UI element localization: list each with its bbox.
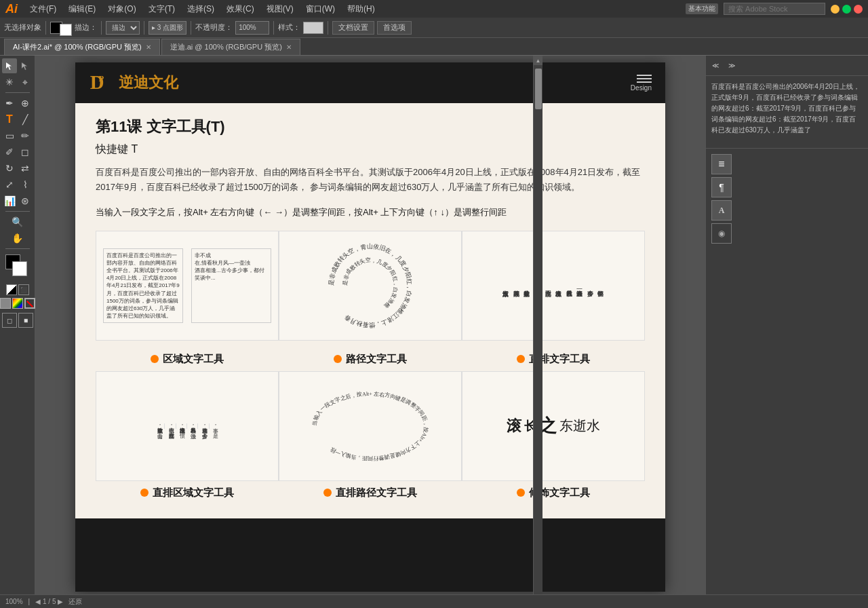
opacity-input[interactable] (235, 21, 269, 35)
description-text: 百度百科是百度公司推出的一部内容开放、自由的网络百科全书平台。其测试版于2006… (96, 165, 645, 195)
document-canvas: D P 逆迪文化 Design 第11课 文字工具(T) (75, 62, 665, 592)
graph-tool[interactable]: 📊 (2, 193, 17, 208)
panel-expand-icon[interactable]: ≫ (725, 59, 738, 73)
svg-marker-1 (22, 62, 27, 70)
menu-window[interactable]: 窗口(W) (300, 2, 340, 16)
menu-help[interactable]: 帮助(H) (342, 2, 380, 16)
tab-close-button[interactable]: ✕ (146, 43, 151, 51)
shortcut-text: 快捷键 T (96, 143, 138, 155)
rotate-tool[interactable]: ↻ (2, 161, 17, 176)
right-para-icon[interactable]: ¶ (711, 177, 732, 197)
vertical-scrollbar[interactable]: ▲ ▼ (533, 56, 542, 608)
label-v-area-text: 直排区域文字工具 (153, 487, 234, 499)
hamburger-menu[interactable] (631, 75, 652, 83)
menu-view[interactable]: 视图(V) (261, 2, 299, 16)
eraser-tool[interactable]: ◻ (18, 145, 33, 159)
none-mode-icon[interactable] (24, 298, 35, 309)
add-anchor-tool[interactable]: ⊕ (18, 96, 33, 111)
paintbrush-tool[interactable]: ✏ (18, 128, 33, 143)
next-page-btn[interactable]: ▶ (58, 598, 63, 605)
demo-grid-2: 非成败转头空，青山 依旧在，几度夕阳红 白发渔樵江渚上，惯 看秋月春风，一壶浊 … (96, 371, 645, 481)
pencil-tool[interactable]: ✐ (2, 145, 17, 159)
dot-1 (151, 355, 159, 363)
gradient-mode-icon[interactable] (12, 298, 23, 309)
scale-tool[interactable]: ⤢ (2, 177, 17, 192)
toolbar-separator-6 (328, 21, 328, 35)
current-page: 1 (43, 598, 47, 605)
draw-behind-icon[interactable]: ◽ (18, 313, 33, 328)
right-align-icon[interactable]: ≡ (711, 154, 732, 174)
toolbar-separator-2 (101, 21, 102, 35)
pen-tool[interactable]: ✒ (2, 96, 17, 111)
lasso-tool[interactable]: ⌖ (18, 75, 33, 90)
draw-normal-icon[interactable]: ◻ (2, 313, 17, 328)
label-v-path-text: 直排路径文字工具 (336, 487, 417, 499)
status-bar: 100% | ◀ 1 / 5 ▶ 还原 (0, 594, 868, 608)
tab-ai-course[interactable]: AI-课件2.ai* @ 100% (RGB/GPU 预览) ✕ (4, 39, 160, 55)
panel-collapse-icon[interactable]: ≪ (709, 59, 722, 73)
tab-label-2: 逆迪.ai @ 100% (RGB/GPU 预览) (170, 42, 282, 52)
menu-text[interactable]: 文字(T) (143, 2, 180, 16)
swap-colors-icon[interactable] (6, 284, 17, 295)
toolbar: 无选择对象 描边： 描边 ▸ 3 点圆形 不透明度： 样式： 文档设置 首选项 (0, 18, 868, 38)
menu-object[interactable]: 对象(O) (102, 2, 141, 16)
v-area-col2: 依旧在，几度夕阳红 (167, 423, 176, 429)
tool-separator-3 (5, 248, 30, 249)
select-tool[interactable] (2, 58, 17, 73)
menu-file[interactable]: 文件(F) (24, 2, 62, 16)
reflect-tool[interactable]: ⇄ (18, 161, 33, 176)
rectangle-tool[interactable]: ▭ (2, 128, 17, 143)
style-swatch[interactable] (303, 22, 323, 34)
close-button[interactable] (854, 5, 863, 14)
point-shape-button[interactable]: ▸ 3 点圆形 (149, 21, 186, 35)
color-selector (5, 254, 30, 279)
menu-effect[interactable]: 效果(C) (221, 2, 260, 16)
menu-select[interactable]: 选择(S) (182, 2, 220, 16)
label-area-text: 区域文字工具 (96, 347, 279, 371)
menu-edit[interactable]: 编辑(E) (63, 2, 101, 16)
doc-settings-button[interactable]: 文档设置 (332, 21, 374, 35)
page-indicator: ◀ 1 / 5 ▶ (35, 598, 63, 605)
hand-tool[interactable]: ✋ (10, 231, 25, 246)
menu-bar: Ai 文件(F) 编辑(E) 对象(O) 文字(T) 选择(S) 效果(C) 视… (0, 0, 868, 18)
line-tool[interactable]: ╱ (18, 112, 33, 127)
right-circle-icon[interactable]: ◉ (711, 223, 732, 244)
warp-tool[interactable]: ⌇ (18, 177, 33, 192)
tab-nidi[interactable]: 逆迪.ai @ 100% (RGB/GPU 预览) ✕ (161, 39, 300, 55)
color-mode-icon[interactable] (0, 298, 11, 309)
app-logo: Ai (5, 2, 18, 16)
search-input[interactable] (724, 3, 825, 15)
right-panel-text: 百度百科是百度公司推出的2006年4月20日上线，正式版年9月，百度百科已经收录… (711, 81, 863, 136)
scroll-track[interactable] (534, 65, 542, 598)
background-color[interactable] (12, 261, 27, 276)
ellipse-path-svg: 当输入一段文字之后，按Alt+ 左右方向键是调整字间距，按Alt+上下方向键是调… (302, 379, 438, 474)
workspace-mode[interactable]: 基本功能 (686, 3, 718, 14)
direct-select-tool[interactable] (18, 58, 33, 73)
type-tool[interactable]: T (2, 112, 17, 127)
minimize-button[interactable] (831, 5, 840, 14)
no-selection-label: 无选择对象 (4, 22, 41, 33)
svg-text:是非成败转头空，几度夕阳红，白发渔樵: 是非成败转头空，几度夕阳红，白发渔樵 (342, 257, 399, 309)
svg-text:是非成败转头空，青山依旧在，几度夕阳红，白发渔樵江渚上，惯看: 是非成败转头空，青山依旧在，几度夕阳红，白发渔樵江渚上，惯看秋月春 (328, 243, 413, 328)
main-area: ✳ ⌖ ✒ ⊕ T ╱ ▭ ✏ ✐ ◻ ↻ ⇄ ⤢ ⌇ 📊 ⊛ (0, 56, 868, 608)
prev-page-btn[interactable]: ◀ (35, 598, 41, 605)
scroll-thumb[interactable] (535, 69, 542, 109)
zoom-level[interactable]: 100% (5, 598, 23, 605)
canvas-area: D P 逆迪文化 Design 第11课 文字工具(T) (35, 56, 705, 608)
maximize-button[interactable] (842, 5, 851, 14)
right-type-icon-a[interactable]: A (711, 200, 732, 221)
magic-wand-tool[interactable]: ✳ (2, 75, 17, 90)
symbol-tool[interactable]: ⊛ (18, 193, 33, 208)
scroll-up-button[interactable]: ▲ (534, 56, 542, 65)
circle-path-svg: 是非成败转头空，青山依旧在，几度夕阳红，白发渔樵江渚上，惯看秋月春 是非成败转头… (316, 238, 425, 333)
demo-grid-1: 百度百科是百度公司推出的一部内容开放、自由的网络百科全书平台。其测试版于2006… (96, 231, 645, 341)
brush-dropdown[interactable]: 描边 (106, 21, 140, 35)
dot-5 (323, 489, 332, 497)
default-colors-icon[interactable]: ⬛ (18, 284, 29, 295)
svg-text:P: P (98, 74, 104, 83)
zoom-tool[interactable]: 🔍 (10, 214, 25, 229)
label-area-text-text: 区域文字工具 (163, 353, 224, 366)
stroke-color-swatch[interactable] (60, 24, 72, 36)
preferences-button[interactable]: 首选项 (377, 21, 412, 35)
tab-close-button-2[interactable]: ✕ (286, 43, 292, 51)
